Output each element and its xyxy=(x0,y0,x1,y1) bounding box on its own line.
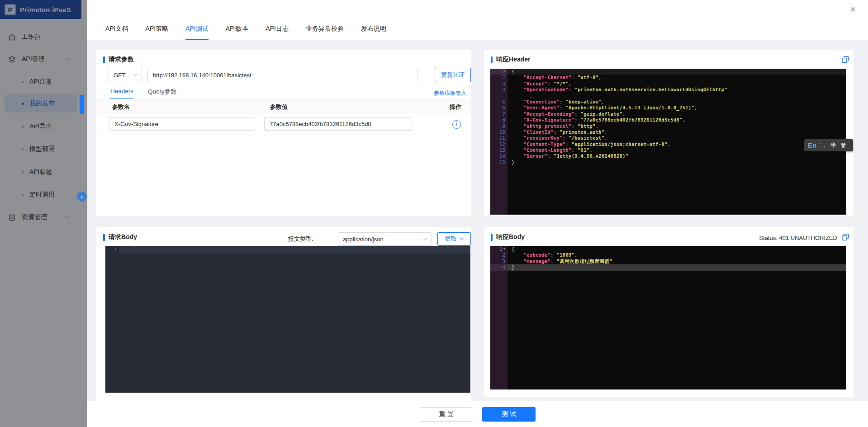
request-body-card: 请求Body 报文类型: application/json 提取 1 xyxy=(96,227,471,401)
request-params-card: 请求参数 GET 更新凭证 Headers Query参数 参数模板导入 参数名… xyxy=(96,50,471,216)
tab-biz-exception-check[interactable]: 业务异常校验 xyxy=(306,18,344,40)
col-actions: 操作 xyxy=(445,103,466,111)
active-menu-indicator xyxy=(80,95,84,114)
update-credential-button[interactable]: 更新凭证 xyxy=(435,68,471,82)
extract-button[interactable]: 提取 xyxy=(437,232,471,246)
param-row: + xyxy=(96,114,471,135)
title-bar-icon xyxy=(103,56,105,63)
drawer-footer: 重 置 测 试 xyxy=(87,401,868,427)
test-button[interactable]: 测 试 xyxy=(482,407,536,422)
ime-status-bar[interactable]: En ’， 半 xyxy=(804,139,853,151)
tab-api-log[interactable]: API日志 xyxy=(266,18,289,40)
tab-api-doc[interactable]: API文档 xyxy=(105,18,128,40)
response-header-card: 响应Header 1▼{2 "Accept-Charset": "utf-8",… xyxy=(484,50,854,216)
param-value-input[interactable] xyxy=(264,117,412,131)
sidebar-collapse-button[interactable]: ‹ xyxy=(77,192,87,202)
add-param-icon[interactable]: + xyxy=(452,120,461,129)
params-table-header: 参数名 参数值 操作 xyxy=(96,99,471,114)
chevron-down-icon xyxy=(460,235,464,240)
content-type-select[interactable]: application/json xyxy=(338,232,432,246)
response-body-card: 响应Body Status: 401 UNAUTHORIZED 1▼{2 "es… xyxy=(484,227,854,397)
screen: P Primeton iPaaS 工作台 API管理 API注册 我的发布 AP… xyxy=(0,0,868,427)
response-header-title: 响应Header xyxy=(491,56,530,64)
subtab-query[interactable]: Query参数 xyxy=(148,88,177,99)
tab-api-test[interactable]: API测试 xyxy=(185,18,209,40)
title-bar-icon xyxy=(491,56,493,63)
close-icon[interactable]: ✕ xyxy=(850,5,856,14)
param-template-import-link[interactable]: 参数模板导入 xyxy=(434,89,466,97)
reset-button[interactable]: 重 置 xyxy=(420,407,473,422)
copy-icon[interactable] xyxy=(842,56,849,63)
ime-skin-icon[interactable] xyxy=(840,142,847,148)
response-body-title: 响应Body xyxy=(491,233,525,241)
request-params-title: 请求参数 xyxy=(103,56,134,64)
api-test-drawer: ✕ API文档 API策略 API测试 API版本 API日志 业务异常校验 发… xyxy=(87,0,868,427)
request-body-editor[interactable]: 1 xyxy=(105,246,470,393)
ime-punctuation-toggle[interactable]: ’， xyxy=(820,141,827,149)
copy-icon[interactable] xyxy=(842,234,849,241)
card-divider xyxy=(96,205,471,205)
title-bar-icon xyxy=(103,234,105,241)
col-param-name: 参数名 xyxy=(112,103,130,111)
drawer-content: 请求参数 GET 更新凭证 Headers Query参数 参数模板导入 参数名… xyxy=(87,40,868,401)
col-param-value: 参数值 xyxy=(270,103,288,111)
ime-language-toggle[interactable]: En xyxy=(808,141,816,149)
subtab-headers[interactable]: Headers xyxy=(110,88,133,99)
response-header-editor[interactable]: 1▼{2 "Accept-Charset": "utf-8",3 "Accept… xyxy=(490,69,846,215)
title-bar-icon xyxy=(491,234,493,241)
params-subtabs: Headers Query参数 xyxy=(110,88,177,99)
chevron-down-icon xyxy=(423,235,428,240)
response-body-editor[interactable]: 1▼{2 "esbcode": "1009",3 "message": "调用次… xyxy=(490,246,846,389)
tab-api-policy[interactable]: API策略 xyxy=(146,18,169,40)
ime-halfwidth-toggle[interactable]: 半 xyxy=(830,141,836,150)
method-select[interactable]: GET xyxy=(109,68,142,82)
status-badge: Status: 401 UNAUTHORIZED xyxy=(759,235,837,241)
drawer-tabbar: API文档 API策略 API测试 API版本 API日志 业务异常校验 发布说… xyxy=(105,18,386,40)
url-input[interactable] xyxy=(147,68,417,82)
request-body-title: 请求Body xyxy=(103,233,137,241)
tab-api-version[interactable]: API版本 xyxy=(226,18,249,40)
content-type-label: 报文类型: xyxy=(288,232,313,246)
tab-release-notes[interactable]: 发布说明 xyxy=(361,18,386,40)
chevron-down-icon xyxy=(133,71,138,76)
param-name-input[interactable] xyxy=(109,117,254,131)
